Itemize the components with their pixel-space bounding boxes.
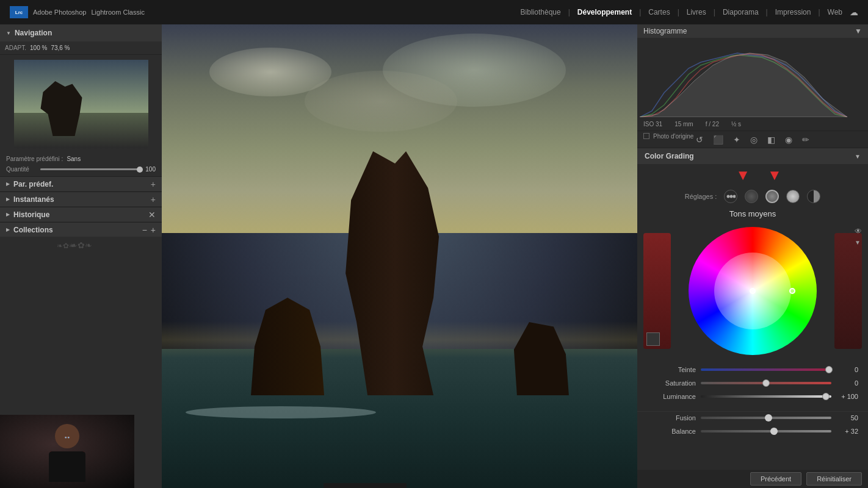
nav-sep1: | xyxy=(568,8,570,16)
red-arrow-left: ▼ xyxy=(736,167,750,184)
histogram-header[interactable]: Histogramme ▼ xyxy=(637,24,868,38)
instantanes-add-btn[interactable]: + xyxy=(151,195,156,204)
par-predef-section[interactable]: ▶ Par. prédef. + xyxy=(0,176,162,191)
app-name: Adobe Photoshop xyxy=(33,9,86,16)
svg-marker-1 xyxy=(640,53,847,117)
reglages-row: Réglages : xyxy=(637,184,868,207)
app-logo: Lrc xyxy=(10,6,28,18)
quantite-slider-track[interactable] xyxy=(40,168,140,170)
photo-origine-checkbox[interactable] xyxy=(643,133,649,139)
luminance-label: Luminance xyxy=(647,393,696,400)
histogram-meta: ISO 31 15 mm f / 22 ½ s xyxy=(637,117,868,131)
photo-rocks xyxy=(233,71,590,395)
saturation-thumb[interactable] xyxy=(762,379,770,387)
adapt-val1: 100 % xyxy=(30,45,47,51)
adapt-label: ADAPT. xyxy=(5,45,26,51)
color-wheel[interactable] xyxy=(689,227,817,355)
collections-section[interactable]: ▶ Collections − + xyxy=(0,222,162,237)
reglage-shadow-btn[interactable] xyxy=(724,190,737,203)
reglage-highlights-btn[interactable] xyxy=(786,190,800,203)
nav-impression[interactable]: Impression xyxy=(770,5,816,19)
luminance-slider[interactable] xyxy=(701,395,831,398)
main-layout: ▼ Navigation ADAPT. 100 % 73,6 % Paramèt… xyxy=(0,24,868,488)
historique-label: Historique xyxy=(13,210,49,219)
luminance-thumb[interactable] xyxy=(822,393,830,400)
photo-background xyxy=(162,24,637,488)
quantite-label: Quantité xyxy=(6,166,37,173)
svg-point-3 xyxy=(730,195,733,198)
histogram-dropdown-icon[interactable]: ▼ xyxy=(855,27,862,35)
color-square[interactable] xyxy=(646,332,660,346)
balance-slider[interactable] xyxy=(701,430,831,432)
nav-bibliotheque[interactable]: Bibliothèque xyxy=(516,5,566,19)
historique-section[interactable]: ▶ Historique ✕ xyxy=(0,207,162,221)
reglage-shadows-btn[interactable] xyxy=(745,190,758,203)
collections-add-btn[interactable]: + xyxy=(151,225,156,235)
saturation-slider[interactable] xyxy=(701,382,831,384)
nav-livres[interactable]: Livres xyxy=(682,5,711,19)
highlights-swatch[interactable] xyxy=(834,233,862,349)
instantanes-section[interactable]: ▶ Instantanés + xyxy=(0,192,162,206)
navigation-section-header[interactable]: ▼ Navigation xyxy=(0,24,162,41)
collections-minus-btn[interactable]: − xyxy=(142,225,147,235)
quantite-value: 100 xyxy=(143,166,156,173)
nav-thumb-image xyxy=(14,60,148,148)
fusion-row: Fusion 50 xyxy=(647,414,858,422)
par-predef-add-btn[interactable]: + xyxy=(151,179,156,189)
nav-sep6: | xyxy=(818,8,820,16)
color-grading-title: Color Grading xyxy=(645,152,694,160)
reglage-midtones-btn[interactable] xyxy=(765,190,779,203)
sliders-section: Teinte 0 Saturation 0 Luminance xyxy=(637,361,868,411)
preset-bar: Paramètre prédéfini : Sans xyxy=(0,153,162,165)
nav-web[interactable]: Web xyxy=(823,5,847,19)
nav-diaporama[interactable]: Diaporama xyxy=(718,5,764,19)
person-head: 👓 xyxy=(55,424,79,448)
balance-thumb[interactable] xyxy=(770,428,778,435)
nav-sep5: | xyxy=(766,8,768,16)
nav-developpement[interactable]: Développement xyxy=(573,5,637,19)
saturation-value: 0 xyxy=(836,379,858,387)
nav-cartes[interactable]: Cartes xyxy=(643,5,675,19)
teinte-thumb[interactable] xyxy=(825,366,833,373)
balance-label: Balance xyxy=(647,428,696,435)
wheel-eye-icon[interactable]: 👁 xyxy=(855,227,862,235)
collections-label: Collections xyxy=(13,226,53,234)
fusion-label: Fusion xyxy=(647,414,696,422)
nav-triangle-icon: ▼ xyxy=(6,30,11,36)
wheel-settings-icon[interactable]: ▼ xyxy=(855,239,862,246)
fusion-section: Fusion 50 Balance + 32 xyxy=(637,411,868,446)
meta-focal: 15 mm xyxy=(675,121,693,127)
nav-sep4: | xyxy=(714,8,715,16)
teinte-slider[interactable] xyxy=(701,368,831,371)
topbar: Lrc Adobe Photoshop Lightroom Classic Bi… xyxy=(0,0,868,24)
reset-button[interactable]: Réinitialiser xyxy=(806,472,862,486)
app-product: Lightroom Classic xyxy=(91,9,144,16)
instantanes-triangle: ▶ xyxy=(6,196,10,202)
saturation-row: Saturation 0 xyxy=(647,379,858,387)
cloud-icon[interactable]: ☁ xyxy=(850,7,858,17)
teinte-row: Teinte 0 xyxy=(647,366,858,373)
balance-value: + 32 xyxy=(836,428,858,435)
side-rock-left xyxy=(251,273,324,395)
person-background: 👓 xyxy=(0,415,134,488)
collections-icons-area: ❧✿❧ xyxy=(0,237,162,254)
nav-sep3: | xyxy=(678,8,679,16)
historique-clear-btn[interactable]: ✕ xyxy=(148,210,156,220)
histogram-canvas xyxy=(640,38,866,117)
color-grading-dropdown-icon[interactable]: ▼ xyxy=(855,153,861,160)
prev-button[interactable]: Précédent xyxy=(750,472,801,486)
reglage-global-btn[interactable] xyxy=(807,190,820,203)
luminance-value: + 100 xyxy=(836,393,858,400)
color-grading-panel: Color Grading ▼ ▼ ▼ Réglages : Tons mo xyxy=(637,148,868,488)
color-grading-header[interactable]: Color Grading ▼ xyxy=(637,148,868,164)
fusion-slider[interactable] xyxy=(701,417,831,419)
fusion-thumb[interactable] xyxy=(765,414,772,422)
color-wheel-container: 👁 ▼ xyxy=(637,221,868,361)
teinte-value: 0 xyxy=(836,366,858,373)
par-predef-triangle: ▶ xyxy=(6,181,10,187)
preset-value: Sans xyxy=(67,156,81,162)
quantite-slider-thumb[interactable] xyxy=(137,167,143,173)
luminance-row: Luminance + 100 xyxy=(647,393,858,400)
tons-moyens-label: Tons moyens xyxy=(637,207,868,221)
shadows-swatch[interactable] xyxy=(643,233,671,349)
